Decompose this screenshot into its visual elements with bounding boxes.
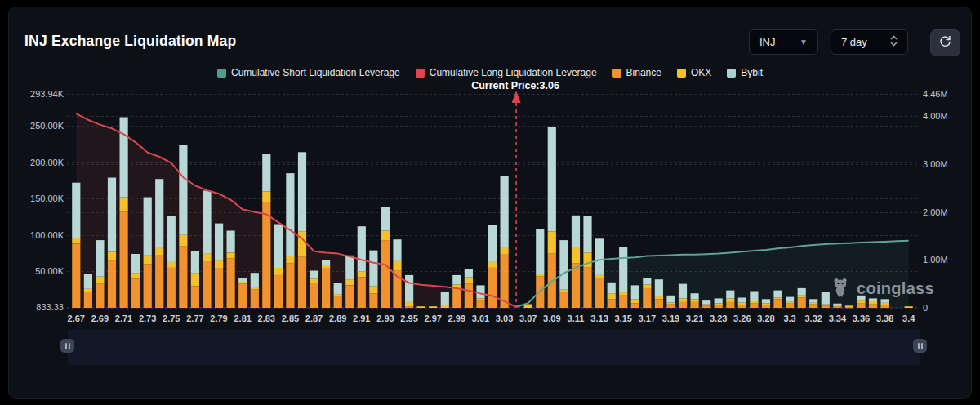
watermark: coinglass [830, 276, 934, 300]
legend-item-cumulative-long[interactable]: Cumulative Long Liquidation Leverage [416, 67, 597, 78]
refresh-button[interactable] [930, 29, 960, 56]
symbol-select-value: INJ [760, 36, 776, 48]
scrollbar-left-handle[interactable] [60, 339, 74, 353]
watermark-text: coinglass [857, 279, 934, 298]
legend-item-cumulative-short[interactable]: Cumulative Short Liquidation Leverage [217, 67, 400, 78]
chevron-updown-icon [890, 34, 898, 50]
legend-item-bybit[interactable]: Bybit [727, 67, 763, 78]
legend-swatch-short-icon [217, 69, 226, 78]
range-select[interactable]: 7 day [831, 29, 908, 55]
chart-legend: Cumulative Short Liquidation Leverage Cu… [0, 67, 980, 78]
legend-label: Bybit [741, 67, 763, 78]
symbol-select[interactable]: INJ ▼ [749, 29, 818, 55]
legend-swatch-bybit-icon [727, 69, 736, 78]
legend-item-okx[interactable]: OKX [677, 67, 711, 78]
legend-label: OKX [691, 67, 711, 78]
legend-swatch-binance-icon [612, 69, 621, 78]
liquidation-map-page: INJ Exchange Liquidation Map INJ ▼ 7 day… [0, 0, 980, 405]
chevron-down-icon: ▼ [800, 38, 808, 47]
current-price-label: Current Price:3.06 [471, 80, 559, 91]
legend-swatch-okx-icon [677, 69, 686, 78]
range-select-value: 7 day [841, 36, 867, 48]
page-title: INJ Exchange Liquidation Map [24, 33, 236, 50]
scrollbar-right-handle[interactable] [913, 339, 927, 353]
coinglass-logo-icon [830, 276, 851, 300]
chart-scrollbar[interactable] [68, 330, 920, 365]
legend-item-binance[interactable]: Binance [612, 67, 662, 78]
refresh-icon [938, 34, 952, 51]
legend-label: Binance [626, 67, 662, 78]
legend-label: Cumulative Short Liquidation Leverage [231, 67, 400, 78]
legend-swatch-long-icon [416, 69, 425, 78]
legend-label: Cumulative Long Liquidation Leverage [430, 67, 597, 78]
